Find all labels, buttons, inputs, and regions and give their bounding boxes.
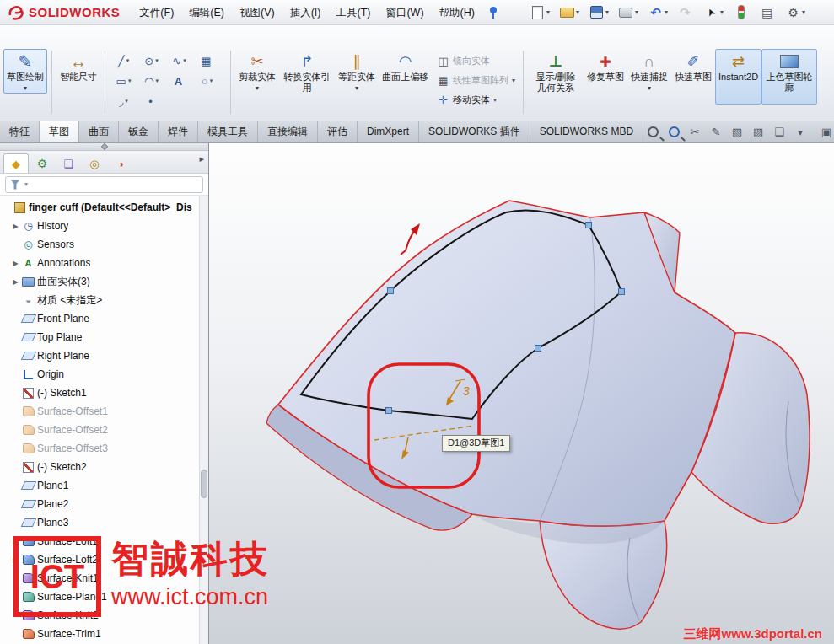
- finger-cuff-model[interactable]: [266, 201, 810, 629]
- manager-tab[interactable]: [82, 153, 107, 173]
- view-tool-button[interactable]: [707, 124, 725, 141]
- menu-item[interactable]: 文件(F): [132, 0, 181, 25]
- tree-item[interactable]: ▶ Surface-Loft1: [10, 532, 208, 550]
- ribbon-button[interactable]: 显示/删除几何关系: [528, 49, 584, 105]
- tree-item[interactable]: ▶ History: [10, 217, 208, 235]
- smart-dimension-button[interactable]: 智能尺寸: [56, 49, 100, 94]
- menu-item[interactable]: 帮助(H): [432, 0, 482, 25]
- expand-arrow-icon[interactable]: ▶: [10, 223, 21, 230]
- tree-item[interactable]: ▶ Surface-Plane1: [10, 588, 208, 606]
- view-tool-button[interactable]: [812, 124, 831, 141]
- ribbon-button[interactable]: 快速捕捉 ▾: [627, 49, 671, 105]
- sketch-tool-button[interactable]: [165, 71, 193, 91]
- tree-item[interactable]: ▶ Surface-Loft2: [10, 550, 208, 569]
- tree-item[interactable]: ▶ Sensors: [10, 235, 208, 254]
- view-tool-button[interactable]: [728, 124, 746, 141]
- ribbon-tab[interactable]: 草图: [40, 121, 79, 142]
- sketch-tool-button[interactable]: ▾: [193, 71, 221, 91]
- tree-root-item[interactable]: ▶ finger cuff (Default<<Default>_Dis: [2, 198, 208, 217]
- ribbon-small-button[interactable]: 镜向实体: [433, 52, 519, 70]
- quick-tool-button[interactable]: [757, 3, 778, 21]
- tree-filter-input[interactable]: ▾: [5, 176, 203, 193]
- viewport-canvas[interactable]: 3: [209, 143, 834, 644]
- splitter-handle-icon[interactable]: [100, 143, 107, 150]
- menu-item[interactable]: 工具(T): [328, 0, 378, 25]
- tree-item[interactable]: ▶ Surface-Knit2: [10, 606, 208, 625]
- tree-item[interactable]: ▶ Surface-Offset3: [10, 439, 208, 458]
- expand-arrow-icon[interactable]: ▶: [10, 538, 21, 545]
- tree-item[interactable]: ▶ Annotations: [10, 254, 208, 272]
- sketch-tool-button[interactable]: ▾: [110, 71, 137, 91]
- panel-flyout-chevron-icon[interactable]: ▸: [199, 153, 207, 168]
- ribbon-tab[interactable]: 曲面: [79, 121, 119, 142]
- tree-item[interactable]: ▶ Surface-Offset2: [10, 421, 208, 439]
- quick-tool-button[interactable]: ▾: [557, 3, 581, 21]
- spline-point[interactable]: [386, 408, 392, 414]
- dimension-value[interactable]: 3: [463, 384, 470, 398]
- ribbon-tab[interactable]: SOLIDWORKS MBD: [530, 121, 643, 142]
- view-tool-button[interactable]: [643, 124, 662, 141]
- ribbon-button[interactable]: 上色草图轮廓: [761, 49, 817, 105]
- manager-tab[interactable]: [3, 153, 29, 173]
- expand-arrow-icon[interactable]: ▶: [10, 556, 21, 564]
- graphics-viewport[interactable]: 3 D1@3D草图1: [209, 143, 834, 644]
- ribbon-tab[interactable]: 钣金: [119, 121, 159, 142]
- tree-item[interactable]: ▶ 曲面实体(3): [10, 272, 208, 291]
- ribbon-small-button[interactable]: 线性草图阵列 ▾: [433, 72, 519, 89]
- ribbon-tab[interactable]: 模具工具: [198, 121, 258, 142]
- menu-item[interactable]: 编辑(E): [181, 0, 232, 25]
- menu-item[interactable]: 插入(I): [282, 0, 329, 25]
- tree-scrollbar[interactable]: [199, 196, 208, 644]
- ribbon-small-button[interactable]: 移动实体 ▾: [433, 91, 519, 109]
- manager-tab[interactable]: [56, 153, 81, 173]
- tree-item[interactable]: ▶ Top Plane: [10, 328, 208, 346]
- ribbon-tab[interactable]: SOLIDWORKS 插件: [419, 121, 530, 142]
- quick-tool-button[interactable]: ▾: [616, 3, 640, 21]
- ribbon-button[interactable]: 剪裁实体 ▾: [235, 49, 279, 105]
- ribbon-button[interactable]: Instant2D: [715, 49, 761, 105]
- sketch-tool-button[interactable]: ▾: [110, 51, 137, 71]
- sketch-tool-button[interactable]: ▾: [137, 71, 165, 91]
- view-tool-button[interactable]: [686, 124, 704, 141]
- view-tool-button[interactable]: [791, 124, 810, 141]
- quick-tool-button[interactable]: ▾: [587, 3, 611, 21]
- ribbon-tab[interactable]: DimXpert: [358, 121, 419, 142]
- view-tool-button[interactable]: [770, 124, 788, 141]
- tree-item[interactable]: ▶ Surface-Knit1: [10, 569, 208, 588]
- quick-tool-button[interactable]: ▾: [646, 3, 670, 21]
- expand-arrow-icon[interactable]: ▶: [10, 278, 21, 286]
- panel-splitter[interactable]: [0, 143, 208, 151]
- view-tool-button[interactable]: [665, 124, 683, 141]
- tree-item[interactable]: ▶ Surface-Offset1: [10, 402, 208, 421]
- manager-tab[interactable]: [30, 153, 55, 173]
- tree-item[interactable]: ▶ Origin: [10, 365, 208, 384]
- spline-point[interactable]: [388, 288, 394, 294]
- expand-arrow-icon[interactable]: ▶: [10, 260, 21, 267]
- menu-item[interactable]: 视图(V): [232, 0, 282, 25]
- sketch-tool-button[interactable]: ▾: [165, 51, 193, 71]
- spline-point[interactable]: [619, 289, 625, 295]
- menu-item[interactable]: 窗口(W): [378, 0, 431, 25]
- tree-item[interactable]: ▶ Plane3: [10, 513, 208, 532]
- tree-item[interactable]: ▶ Surface-Trim1: [10, 625, 208, 643]
- ribbon-button[interactable]: 转换实体引用: [279, 49, 335, 105]
- sketch-tool-button[interactable]: ▾: [110, 91, 137, 111]
- quick-tool-button[interactable]: [675, 3, 696, 21]
- ribbon-tab[interactable]: 特征: [0, 121, 40, 142]
- ribbon-button[interactable]: 曲面上偏移: [379, 49, 432, 105]
- tree-item[interactable]: ▶ (-) Sketch1: [10, 384, 208, 402]
- sketch-tool-button[interactable]: [193, 51, 221, 71]
- sketch-button[interactable]: 草图绘制 ▾: [3, 49, 47, 94]
- view-tool-button[interactable]: [749, 124, 767, 141]
- spline-point[interactable]: [535, 346, 541, 352]
- tree-item[interactable]: ▶ 材质 <未指定>: [10, 291, 208, 309]
- tree-item[interactable]: ▶ Right Plane: [10, 346, 208, 365]
- tree-item[interactable]: ▶ Plane1: [10, 476, 208, 495]
- ribbon-button[interactable]: 修复草图: [584, 49, 627, 105]
- quick-tool-button[interactable]: ▾: [528, 3, 552, 21]
- quick-tool-button[interactable]: ▾: [783, 3, 807, 21]
- sketch-tool-button[interactable]: ▾: [137, 51, 165, 71]
- pin-menu-icon[interactable]: [487, 6, 499, 19]
- ribbon-button[interactable]: 等距实体 ▾: [335, 49, 379, 105]
- sketch-tool-button[interactable]: [137, 91, 165, 111]
